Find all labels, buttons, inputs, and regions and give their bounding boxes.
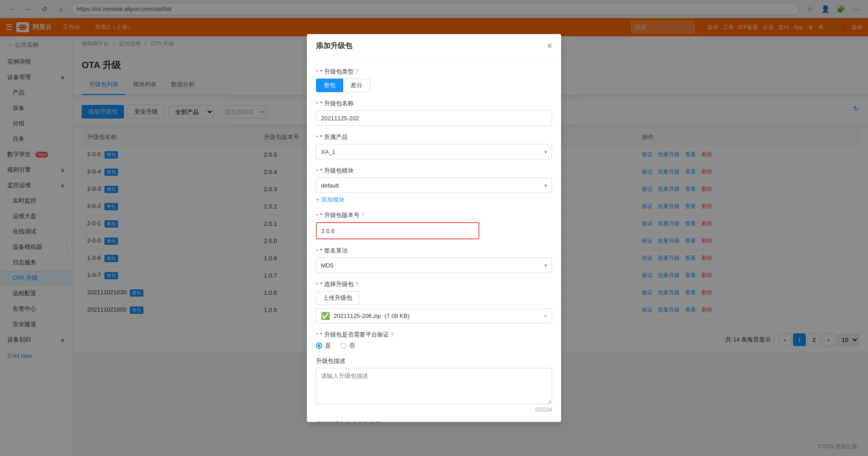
file-remove-button[interactable]: × [543,312,547,319]
modal-body: * * 升级包类型 ? 整包 差分 * * 升级包名称 [307,59,561,421]
pkg-type-diff-btn[interactable]: 差分 [343,79,370,92]
pkg-name-label: * * 升级包名称 [316,99,552,108]
version-input[interactable] [317,223,478,238]
uploaded-file-size: (7.08 KB) [385,312,409,319]
pkg-type-whole-btn[interactable]: 整包 [316,79,343,92]
verify-label-text: * 升级包是否需要平台验证 [320,331,389,339]
version-label-text: * 升级包版本号 [320,211,360,219]
uploaded-file-name: 20211125-206.zip [334,312,381,319]
custom-info-label: 推送给设备的自定义信息 ? [316,420,552,421]
version-highlight-wrapper [316,222,479,239]
description-field: 升级包描述 0/1024 [316,357,552,413]
module-select-input[interactable]: default [316,178,552,193]
signature-select-wrapper: MD5 SHA256 [316,258,552,273]
product-field: * * 所属产品 XA_1 [316,133,552,159]
verify-yes-radio[interactable]: 是 [316,342,331,350]
description-textarea[interactable] [316,368,552,404]
pkg-name-label-text: * 升级包名称 [320,99,354,108]
description-counter: 0/1024 [316,406,552,413]
verify-field: * * 升级包是否需要平台验证 ? 是 否 [316,331,552,350]
select-pkg-help-icon[interactable]: ? [355,281,359,287]
verify-help-icon[interactable]: ? [391,332,394,338]
verify-no-dot [340,342,346,349]
pkg-name-input[interactable] [316,110,552,126]
version-field: * * 升级包版本号 ? [316,211,552,239]
file-success-icon: ✅ [321,312,330,320]
add-module-link[interactable]: + 添加模块 [316,196,552,204]
signature-select[interactable]: MD5 SHA256 [316,258,552,273]
description-label: 升级包描述 [316,357,552,365]
modal-close-button[interactable]: × [547,41,552,51]
pkg-type-label: * * 升级包类型 ? [316,68,552,76]
modal-overlay: 添加升级包 × * * 升级包类型 ? 整包 差分 * * 升级 [0,0,868,456]
product-label-text: * 所属产品 [320,133,348,141]
verify-yes-label: 是 [325,342,331,350]
verify-radio-group: 是 否 [316,342,552,350]
uploaded-file-item: ✅ 20211125-206.zip (7.08 KB) × [316,308,552,323]
module-label-text: * 升级包模块 [320,167,354,175]
product-select[interactable]: XA_1 [316,144,552,159]
verify-no-label: 否 [349,342,355,350]
product-select-wrapper: XA_1 [316,144,552,159]
custom-info-field: 推送给设备的自定义信息 ? [316,420,552,421]
add-upgrade-pkg-modal: 添加升级包 × * * 升级包类型 ? 整包 差分 * * 升级 [307,34,561,421]
custom-info-help-icon[interactable]: ? [383,421,386,421]
module-select-wrapper: default [316,178,552,193]
signature-label-text: * 签名算法 [320,247,348,255]
module-label: * * 升级包模块 [316,167,552,175]
module-field: * * 升级包模块 default + 添加模块 [316,167,552,204]
custom-info-label-text: 推送给设备的自定义信息 [316,420,381,421]
verify-yes-dot [316,342,322,349]
signature-field: * * 签名算法 MD5 SHA256 [316,247,552,273]
upload-pkg-button[interactable]: 上传升级包 [316,291,359,305]
verify-no-radio[interactable]: 否 [340,342,355,350]
modal-title: 添加升级包 [316,41,352,51]
pkg-type-help-icon[interactable]: ? [355,69,359,75]
select-pkg-label-text: * 选择升级包 [320,280,354,288]
description-label-text: 升级包描述 [316,357,345,365]
version-label: * * 升级包版本号 ? [316,211,552,219]
pkg-name-field: * * 升级包名称 [316,99,552,126]
pkg-type-label-text: * 升级包类型 [320,68,354,76]
modal-header: 添加升级包 × [307,34,561,59]
select-pkg-label: * * 选择升级包 ? [316,280,552,288]
pkg-type-field: * * 升级包类型 ? 整包 差分 [316,68,552,92]
verify-label: * * 升级包是否需要平台验证 ? [316,331,552,339]
product-label: * * 所属产品 [316,133,552,141]
select-pkg-field: * * 选择升级包 ? 上传升级包 ✅ 20211125-206.zip (7.… [316,280,552,323]
pkg-type-group: 整包 差分 [316,79,552,92]
signature-label: * * 签名算法 [316,247,552,255]
version-help-icon[interactable]: ? [361,212,365,218]
